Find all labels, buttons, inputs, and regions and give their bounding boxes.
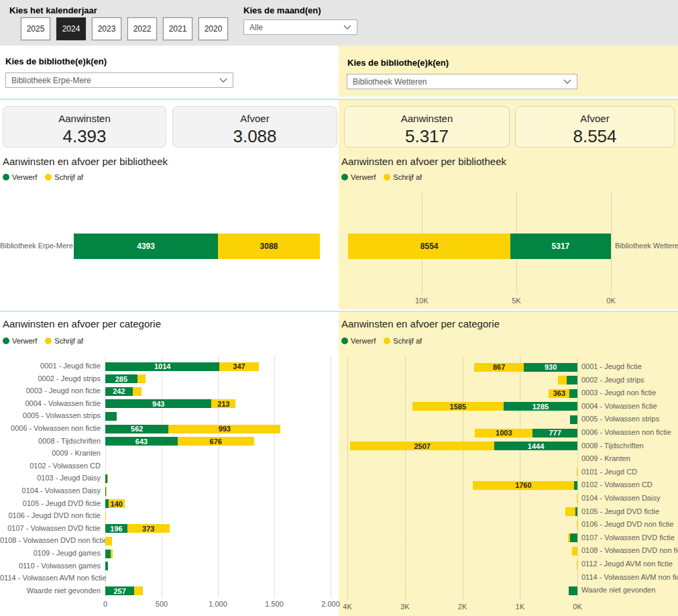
year-button-2022[interactable]: 2022 [127, 17, 157, 40]
bar-segment-schrijf-af[interactable] [568, 533, 570, 542]
bar-segment-schrijf-af[interactable]: 1003 [475, 429, 532, 438]
category-label: 0003 - Jeugd non fictie [0, 387, 101, 395]
bar-segment-schrijf-af[interactable]: 1760 [473, 481, 574, 490]
bar-segment-verwerf[interactable]: 196 [105, 524, 127, 533]
bar-segment-schrijf-af[interactable] [106, 487, 107, 496]
month-dropdown[interactable]: Alle [243, 19, 357, 35]
bar-segment-verwerf[interactable]: 562 [105, 425, 168, 433]
bar-segment-verwerf[interactable] [574, 481, 577, 490]
bar-segment-schrijf-af[interactable]: 373 [127, 524, 170, 533]
bar-segment-schrijf-af[interactable] [572, 547, 577, 556]
year-button-2025[interactable]: 2025 [21, 17, 50, 40]
bar-segment-schrijf-af[interactable] [105, 512, 106, 521]
bar-segment-schrijf-af[interactable]: 363 [549, 389, 569, 398]
bar-segment-verwerf[interactable]: 1444 [494, 442, 577, 450]
bar-segment-schrijf-af[interactable]: 867 [474, 363, 524, 372]
bar-segment-schrijf-af[interactable]: 993 [168, 425, 280, 433]
bar-segment-verwerf[interactable]: 285 [105, 374, 137, 383]
bar-segment-schrijf-af[interactable] [107, 474, 109, 483]
library-right-dropdown[interactable]: Bibliotheek Wetteren [347, 74, 577, 89]
month-filter-label: Kies de maand(en) [243, 5, 321, 15]
category-label: 0103 - Jeugd Daisy [0, 474, 101, 482]
bar-segment-schrijf-af[interactable] [577, 521, 577, 529]
bar-segment-verwerf[interactable] [569, 586, 577, 595]
bar-segment-verwerf[interactable] [105, 412, 117, 421]
bar-segment-schrijf-af[interactable]: 2507 [350, 442, 494, 450]
bar-segment-verwerf[interactable]: 943 [105, 399, 211, 408]
library-left-dropdown[interactable]: Bibliotheek Erpe-Mere [5, 72, 233, 88]
category-label: 0106 - Jeugd DVD non fictie [581, 520, 674, 528]
bar-segment-schrijf-af[interactable]: 1585 [412, 402, 504, 411]
category-label: 0001 - Jeugd fictie [0, 362, 101, 370]
category-label: 0001 - Jeugd fictie [581, 362, 642, 370]
category-label: 0110 - Volwassen games [0, 562, 101, 570]
category-label: Bibliotheek Erpe-Mere [0, 242, 69, 250]
bar-value-label: 347 [233, 362, 245, 370]
bar-value-label: 777 [549, 429, 561, 437]
gridline [274, 357, 275, 597]
chart-bibliotheek-right: Aanwinsten en afvoer per bibliotheek Ver… [339, 153, 678, 309]
bar-segment-verwerf[interactable]: 1285 [504, 402, 577, 411]
kpi-value: 8.554 [516, 126, 674, 147]
gridline [331, 357, 331, 597]
chart-plot: 4K3K2K1K0K0001 - Jeugd fictie9308670002 … [339, 313, 678, 616]
bar-segment-schrijf-af[interactable]: 213 [211, 399, 235, 408]
bar-segment-schrijf-af[interactable] [577, 495, 577, 503]
chevron-down-icon [563, 79, 571, 85]
bar-value-label: 993 [219, 425, 231, 433]
year-button-2020[interactable]: 2020 [199, 17, 228, 40]
category-label: 0114 - Volwassen AVM non fictie [581, 573, 678, 581]
year-button-2021[interactable]: 2021 [163, 17, 192, 40]
bar-segment-schrijf-af[interactable] [558, 376, 567, 384]
bar-segment-verwerf[interactable] [570, 415, 577, 424]
gridline [520, 357, 520, 600]
category-label: 0102 - Volwassen CD [581, 480, 653, 489]
bar-segment-schrijf-af[interactable] [565, 507, 575, 516]
bar-segment-verwerf[interactable]: 643 [105, 437, 178, 446]
bar-segment-verwerf[interactable]: 777 [532, 429, 577, 438]
year-button-2024[interactable]: 2024 [56, 17, 86, 40]
bar-segment-verwerf[interactable]: 930 [524, 363, 577, 372]
bar-segment-schrijf-af[interactable]: 3088 [218, 234, 319, 259]
bar-segment-verwerf[interactable] [570, 533, 577, 542]
category-label: 0106 - Jeugd DVD non fictie [0, 511, 101, 519]
bar-segment-schrijf-af[interactable] [105, 537, 112, 546]
bar-value-label: 1003 [496, 429, 512, 437]
bar-segment-verwerf[interactable] [105, 550, 111, 558]
library-right-label: Kies de bibliothe(e)k(en) [347, 58, 449, 68]
bar-segment-schrijf-af[interactable]: 8554 [348, 234, 510, 259]
bar-segment-verwerf[interactable]: 5317 [510, 234, 611, 259]
bar-segment-schrijf-af[interactable] [577, 560, 577, 569]
bar-segment-schrijf-af[interactable]: 140 [109, 499, 125, 508]
bar-segment-verwerf[interactable]: 4393 [74, 234, 218, 259]
bar-segment-verwerf[interactable] [105, 562, 108, 570]
bar-segment-schrijf-af[interactable] [137, 374, 146, 383]
bar-value-label: 3088 [260, 242, 278, 251]
bar-segment-schrijf-af[interactable]: 347 [219, 362, 258, 371]
chart-categorie-right: Aanwinsten en afvoer per categorie Verwe… [339, 313, 678, 616]
bar-segment-schrijf-af[interactable] [111, 550, 113, 558]
bar-segment-schrijf-af[interactable] [134, 586, 143, 595]
bar-segment-verwerf[interactable] [567, 376, 577, 384]
kpi-label: Aanwinsten [345, 113, 509, 124]
bar-segment-verwerf[interactable]: 1014 [105, 362, 219, 371]
bar-segment-schrijf-af[interactable] [133, 387, 142, 396]
bar-segment-verwerf[interactable] [569, 389, 577, 398]
chevron-down-icon [219, 78, 227, 83]
bar-segment-verwerf[interactable]: 242 [105, 387, 133, 396]
gridline [162, 357, 162, 597]
axis-tick-label: 0K [606, 297, 615, 305]
bar-segment-schrijf-af[interactable] [577, 468, 577, 476]
axis-tick-label: 4K [343, 603, 351, 611]
category-label: 0107 - Volwassen DVD fictie [0, 524, 101, 532]
bar-segment-schrijf-af[interactable]: 676 [178, 437, 254, 446]
category-label: 0102 - Volwassen CD [0, 462, 101, 470]
bar-segment-verwerf[interactable]: 257 [105, 586, 134, 595]
year-button-2023[interactable]: 2023 [92, 17, 121, 40]
bar-segment-verwerf[interactable] [575, 507, 577, 516]
axis-tick-label: 0K [573, 603, 581, 611]
bar-value-label: 867 [493, 363, 505, 371]
bar-value-label: 373 [142, 525, 154, 533]
kpi-label: Aanwinsten [3, 113, 166, 124]
category-label: 0003 - Jeugd non fictie [581, 389, 656, 397]
